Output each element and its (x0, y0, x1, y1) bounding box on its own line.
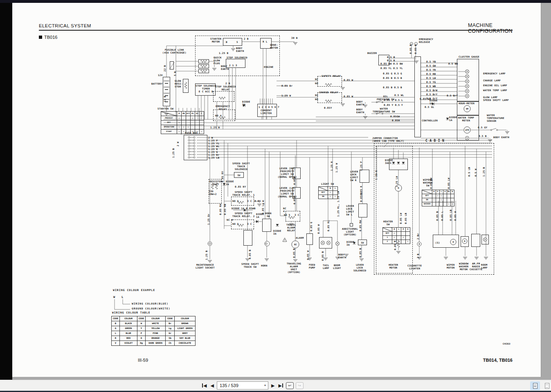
back-arrow-icon: ↩ (288, 383, 292, 388)
next-page-button[interactable]: ▶ (270, 383, 275, 389)
non-continuous-view-button[interactable] (542, 381, 551, 390)
first-page-button[interactable]: ◀ (201, 383, 207, 389)
next-page-icon: ▶ (271, 383, 274, 388)
page-indicator: 135 / 539 (220, 383, 238, 388)
dropdown-caret-icon[interactable]: ▼ (264, 384, 266, 387)
viewer-toolbar: ◀ ◀ 135 / 539 ▼ ▶ ▶ ↩ ↪ (0, 380, 551, 391)
next-view-button[interactable]: ↪ (296, 382, 304, 389)
page-header-right: MACHINE CONFIGURATION (468, 22, 513, 34)
viewer-background-left (0, 3, 12, 380)
figure-code: C4C813 (503, 343, 510, 345)
pdf-viewer-window: ELECTRICAL SYSTEM MACHINE CONFIGURATION … (0, 0, 551, 392)
page-number-input[interactable]: 135 / 539 ▼ (217, 381, 268, 390)
model-label: TB016 (44, 35, 57, 40)
bullet-square-icon (39, 36, 42, 39)
continuous-view-button[interactable] (530, 381, 540, 390)
page-header-left: ELECTRICAL SYSTEM (39, 23, 91, 28)
forward-arrow-icon: ↪ (298, 383, 301, 388)
last-page-button[interactable]: ▶ (277, 383, 283, 389)
window-top-edge (0, 0, 551, 3)
header-rule (39, 30, 513, 31)
previous-page-icon: ◀ (210, 383, 214, 388)
previous-page-button[interactable]: ◀ (209, 383, 214, 389)
previous-view-button[interactable]: ↩ (286, 382, 294, 389)
page-break-view-icon (545, 383, 549, 389)
footer-models: TB014, TB016 (483, 358, 513, 363)
document-page (12, 3, 541, 377)
single-page-view-icon (533, 383, 538, 389)
page-navigation: ◀ ◀ 135 / 539 ▼ ▶ ▶ ↩ ↪ (201, 381, 304, 390)
model-heading: TB016 (39, 35, 57, 40)
layout-toggles (530, 381, 551, 390)
first-page-icon: ◀ (203, 383, 207, 388)
page-number: III-59 (138, 358, 148, 363)
last-page-icon: ▶ (278, 383, 281, 388)
